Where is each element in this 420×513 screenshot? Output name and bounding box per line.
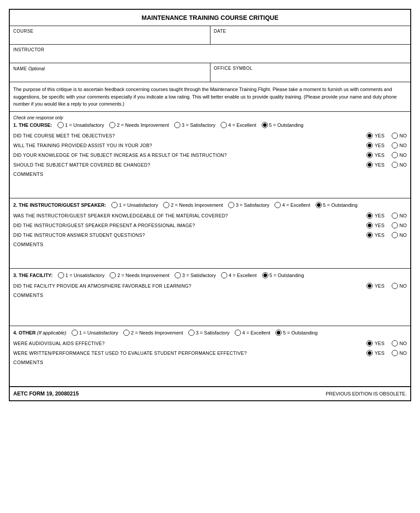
radio-1-1[interactable]: [57, 122, 64, 128]
rating-3-2[interactable]: 2 = Needs Improvement: [110, 272, 169, 278]
rating-2-1[interactable]: 1 = Unsatisfactory: [111, 202, 158, 208]
rating-2-5[interactable]: 5 = Outstanding: [316, 202, 358, 208]
radio-3-1[interactable]: [58, 272, 64, 278]
yes-1-1[interactable]: YES: [367, 133, 384, 139]
rating-3-1[interactable]: 1 = Unsatisfactory: [58, 272, 104, 278]
yes-radio-1-2[interactable]: [367, 142, 373, 148]
no-1-3[interactable]: NO: [392, 152, 407, 158]
no-4-1[interactable]: NO: [392, 340, 407, 346]
no-radio-2-1[interactable]: [392, 213, 398, 219]
section-2-comments-area[interactable]: [13, 247, 407, 265]
yes-no-2-1: YES NO: [367, 213, 407, 219]
radio-4-3[interactable]: [188, 330, 195, 336]
office-symbol-cell: OFFICE SYMBOL: [210, 63, 411, 82]
yes-4-2[interactable]: YES: [367, 350, 384, 356]
yes-no-1-2: YES NO: [367, 142, 407, 148]
no-radio-1-1[interactable]: [392, 133, 398, 139]
radio-2-4[interactable]: [275, 202, 281, 208]
rating-4-2[interactable]: 2 = Needs Improvement: [123, 330, 183, 336]
rating-4-3[interactable]: 3 = Satisfactory: [188, 330, 229, 336]
rating-1-3[interactable]: 3 = Satisfactory: [174, 122, 215, 128]
yes-radio-1-4[interactable]: [367, 162, 373, 168]
section-1-comments-area[interactable]: [13, 177, 407, 194]
section-3: 3. THE FACILITY: 1 = Unsatisfactory 2 = …: [10, 269, 410, 326]
no-radio-1-2[interactable]: [392, 142, 398, 148]
no-radio-1-3[interactable]: [392, 152, 398, 158]
yes-2-3[interactable]: YES: [367, 232, 384, 238]
no-2-3[interactable]: NO: [392, 232, 407, 238]
radio-2-1[interactable]: [111, 202, 118, 208]
radio-1-5[interactable]: [262, 122, 268, 128]
radio-4-4[interactable]: [235, 330, 241, 336]
title-text: MAINTENANCE TRAINING COURSE CRITIQUE: [141, 14, 279, 21]
no-radio-1-4[interactable]: [392, 162, 398, 168]
no-1-2[interactable]: NO: [392, 142, 407, 148]
yes-radio-1-1[interactable]: [367, 133, 373, 139]
no-3-1[interactable]: NO: [392, 283, 407, 289]
radio-3-2[interactable]: [110, 272, 116, 278]
form-footer: AETC FORM 19, 20080215 PREVIOUS EDITION …: [10, 387, 410, 400]
radio-3-4[interactable]: [221, 272, 227, 278]
obsolete-text: PREVIOUS EDITION IS OBSOLETE.: [326, 391, 407, 396]
yes-no-2-2: YES NO: [367, 222, 407, 228]
rating-2-2[interactable]: 2 = Needs Improvement: [163, 202, 223, 208]
rating-3-5[interactable]: 5 = Outstanding: [262, 272, 304, 278]
no-radio-3-1[interactable]: [392, 283, 398, 289]
yes-radio-1-3[interactable]: [367, 152, 373, 158]
radio-3-5[interactable]: [262, 272, 268, 278]
section-4-q2: WERE WRITTEN/PERFORMANCE TEST USED TO EV…: [13, 348, 407, 358]
yes-radio-2-2[interactable]: [367, 222, 373, 228]
no-2-1[interactable]: NO: [392, 213, 407, 219]
yes-2-1[interactable]: YES: [367, 213, 384, 219]
section-3-comments-area[interactable]: [13, 298, 407, 322]
no-radio-2-3[interactable]: [392, 232, 398, 238]
yes-1-3[interactable]: YES: [367, 152, 384, 158]
section-2-q1: WAS THE INSTRUCTOR/GUEST SPEAKER KNOWLED…: [13, 211, 407, 220]
yes-4-1[interactable]: YES: [367, 340, 384, 346]
yes-radio-2-1[interactable]: [367, 213, 373, 219]
rating-1-5[interactable]: 5 = Outstanding: [262, 122, 304, 128]
yes-no-1-1: YES NO: [367, 133, 407, 139]
radio-2-2[interactable]: [163, 202, 169, 208]
no-1-1[interactable]: NO: [392, 133, 407, 139]
no-radio-4-1[interactable]: [392, 340, 398, 346]
yes-no-4-1: YES NO: [367, 340, 407, 346]
rating-4-4[interactable]: 4 = Excellent: [235, 330, 270, 336]
rating-4-5[interactable]: 5 = Outstanding: [275, 330, 317, 336]
rating-1-2[interactable]: 2 = Needs Improvement: [109, 122, 169, 128]
yes-2-2[interactable]: YES: [367, 222, 384, 228]
radio-1-2[interactable]: [109, 122, 115, 128]
rating-1-4[interactable]: 4 = Excellent: [221, 122, 256, 128]
yes-radio-4-1[interactable]: [367, 340, 373, 346]
radio-4-2[interactable]: [123, 330, 130, 336]
radio-1-3[interactable]: [174, 122, 180, 128]
yes-no-3-1: YES NO: [367, 283, 407, 289]
no-4-2[interactable]: NO: [392, 350, 407, 356]
instructor-row: INSTRUCTOR: [10, 45, 410, 63]
yes-radio-4-2[interactable]: [367, 350, 373, 356]
radio-2-3[interactable]: [228, 202, 234, 208]
yes-3-1[interactable]: YES: [367, 283, 384, 289]
radio-3-3[interactable]: [175, 272, 181, 278]
yes-no-1-4: YES NO: [367, 162, 407, 168]
rating-2-3[interactable]: 3 = Satisfactory: [228, 202, 269, 208]
no-1-4[interactable]: NO: [392, 162, 407, 168]
rating-1-1[interactable]: 1 = Unsatisfactory: [57, 122, 104, 128]
radio-1-4[interactable]: [221, 122, 227, 128]
section-3-rating-row: 3. THE FACILITY: 1 = Unsatisfactory 2 = …: [13, 272, 407, 278]
yes-1-4[interactable]: YES: [367, 162, 384, 168]
no-radio-4-2[interactable]: [392, 350, 398, 356]
section-4-comments-area[interactable]: [13, 365, 407, 383]
rating-4-1[interactable]: 1 = Unsatisfactory: [72, 330, 118, 336]
yes-radio-2-3[interactable]: [367, 232, 373, 238]
rating-2-4[interactable]: 4 = Excellent: [275, 202, 310, 208]
radio-4-5[interactable]: [275, 330, 282, 336]
no-radio-2-2[interactable]: [392, 222, 398, 228]
rating-3-3[interactable]: 3 = Satisfactory: [175, 272, 216, 278]
yes-1-2[interactable]: YES: [367, 142, 384, 148]
no-2-2[interactable]: NO: [392, 222, 407, 228]
yes-radio-3-1[interactable]: [367, 283, 373, 289]
radio-2-5[interactable]: [316, 202, 322, 208]
rating-3-4[interactable]: 4 = Excellent: [221, 272, 256, 278]
radio-4-1[interactable]: [72, 330, 78, 336]
